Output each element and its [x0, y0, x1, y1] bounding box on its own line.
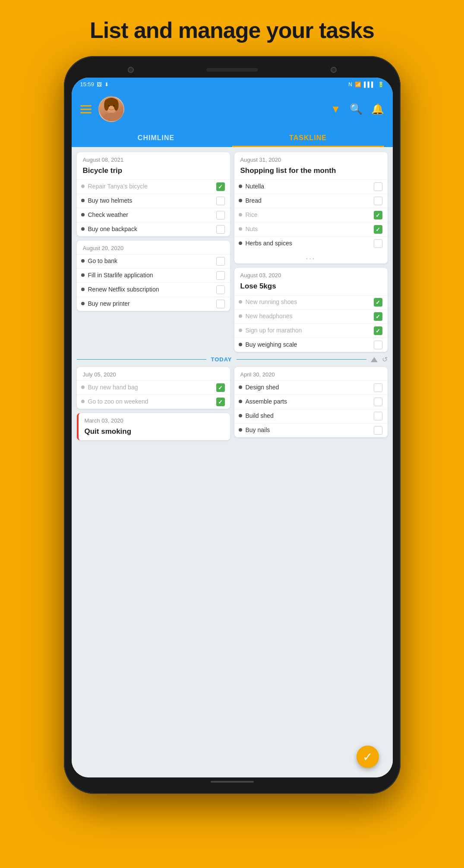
bullet [81, 400, 85, 403]
task-text: Assemble parts [246, 398, 370, 405]
task-item: Assemble parts [234, 395, 388, 409]
refresh-icon[interactable]: ↺ [382, 355, 388, 363]
checkbox[interactable] [216, 271, 225, 280]
task-text: Repair Tanya's bicycle [88, 182, 213, 190]
notification-icon[interactable]: 🔔 [371, 103, 384, 115]
tab-chimline[interactable]: CHIMLINE [80, 129, 232, 147]
checkbox[interactable] [216, 257, 225, 266]
card-shed: April 30, 2020 Design shed Assemble part… [234, 367, 388, 437]
checkbox[interactable] [216, 285, 225, 294]
bullet [81, 385, 85, 389]
task-text: Bread [246, 197, 370, 204]
checkbox[interactable] [216, 300, 225, 308]
fab-checkmark-icon: ✓ [363, 750, 372, 764]
menu-button[interactable] [80, 105, 92, 113]
task-item: New headphones ✓ [234, 309, 388, 323]
card-date-7: April 30, 2020 [234, 367, 388, 380]
bottom-columns: July 05, 2020 Buy new hand bag ✓ Go to z… [77, 367, 388, 440]
checkbox[interactable] [374, 197, 382, 205]
checkbox[interactable] [374, 398, 382, 406]
fab-area: ✓ [77, 751, 388, 772]
status-right: N 📶 ▌▌▌ 🔋 [348, 81, 384, 88]
filter-icon[interactable]: ▼ [331, 103, 341, 115]
status-sync-icon: ⬇ [104, 81, 109, 88]
screen-bottom: ✓ [72, 751, 393, 777]
checkbox[interactable]: ✓ [374, 312, 382, 321]
page-header: List and manage your tasks [0, 0, 464, 56]
svg-point-6 [108, 105, 110, 107]
task-text: Buy one backpack [88, 225, 213, 233]
task-item: Sign up for marathon ✓ [234, 323, 388, 338]
checkbox[interactable] [374, 426, 382, 435]
avatar[interactable] [98, 96, 124, 122]
card-title-4: Lose 5kgs [234, 281, 388, 295]
bullet [81, 259, 85, 263]
search-icon[interactable]: 🔍 [350, 103, 363, 115]
task-item: Buy nails [234, 423, 388, 437]
phone-wrapper: 15:59 🖼 ⬇ N 📶 ▌▌▌ 🔋 [64, 56, 401, 794]
hamburger-line-2 [80, 109, 92, 110]
task-text: Go to bank [88, 257, 213, 265]
card-title-3: Shopping list for the month [234, 166, 388, 179]
checkbox[interactable] [374, 182, 382, 191]
checkbox[interactable]: ✓ [374, 298, 382, 307]
bullet [81, 302, 85, 305]
card-date-3: August 31, 2020 [234, 152, 388, 166]
checkbox[interactable] [216, 225, 225, 234]
tab-taskline[interactable]: TASKLINE [232, 129, 384, 147]
checkbox[interactable] [216, 211, 225, 219]
bullet [239, 213, 242, 216]
checkbox[interactable]: ✓ [374, 211, 382, 219]
task-text: Buy new printer [88, 300, 213, 307]
bullet [239, 329, 242, 332]
status-gallery-icon: 🖼 [97, 81, 102, 88]
bullet [239, 314, 242, 318]
status-bar: 15:59 🖼 ⬇ N 📶 ▌▌▌ 🔋 [72, 78, 393, 91]
svg-point-4 [104, 100, 109, 111]
tabs: CHIMLINE TASKLINE [80, 129, 384, 147]
checkbox[interactable] [374, 412, 382, 420]
bullet [81, 185, 85, 188]
task-item: Buy new hand bag ✓ [77, 380, 230, 395]
task-text: New headphones [246, 312, 370, 320]
bottom-left-col: July 05, 2020 Buy new hand bag ✓ Go to z… [77, 367, 230, 440]
task-item: Buy weighing scale [234, 338, 388, 352]
checkbox[interactable] [374, 383, 382, 392]
task-text: Buy two helmets [88, 197, 213, 204]
checkbox[interactable]: ✓ [374, 326, 382, 335]
left-col: August 08, 2021 Bicycle trip Repair Tany… [77, 152, 230, 352]
card-lose5kgs: August 03, 2020 Lose 5kgs New running sh… [234, 268, 388, 352]
checkbox[interactable]: ✓ [216, 383, 225, 392]
task-item: Go to zoo on weekend ✓ [77, 395, 230, 409]
app-header: ▼ 🔍 🔔 CHIMLINE TASKLINE [72, 91, 393, 147]
checkbox[interactable]: ✓ [216, 182, 225, 191]
card-quit-smoking: March 03, 2020 Quit smoking [77, 413, 230, 440]
bullet [239, 199, 242, 202]
header-row: ▼ 🔍 🔔 [80, 96, 384, 122]
checkbox[interactable] [216, 197, 225, 205]
task-text: Buy nails [246, 426, 370, 434]
task-item: Nutella [234, 179, 388, 194]
svg-point-1 [102, 113, 120, 121]
card-date-1: August 08, 2021 [77, 152, 230, 166]
task-item: Buy two helmets [77, 194, 230, 208]
task-text: Fill in Starlife application [88, 271, 213, 279]
card-title-6: Quit smoking [79, 426, 230, 440]
bullet [239, 185, 242, 188]
checkbox[interactable] [374, 341, 382, 349]
card-aug20: August 20, 2020 Go to bank Fill in Starl… [77, 241, 230, 311]
card-july05: July 05, 2020 Buy new hand bag ✓ Go to z… [77, 367, 230, 409]
checkbox[interactable]: ✓ [216, 398, 225, 406]
checkbox[interactable]: ✓ [374, 225, 382, 234]
status-left: 15:59 🖼 ⬇ [80, 81, 109, 88]
nfc-icon: N [348, 81, 352, 88]
task-text: Check weather [88, 211, 213, 219]
checkbox[interactable] [374, 239, 382, 248]
bullet [81, 199, 85, 202]
header-right: ▼ 🔍 🔔 [331, 103, 384, 115]
phone-screen: 15:59 🖼 ⬇ N 📶 ▌▌▌ 🔋 [72, 78, 393, 777]
fab-button[interactable]: ✓ [357, 746, 379, 768]
svg-point-5 [114, 100, 118, 111]
svg-point-7 [113, 105, 115, 107]
bullet [239, 241, 242, 245]
